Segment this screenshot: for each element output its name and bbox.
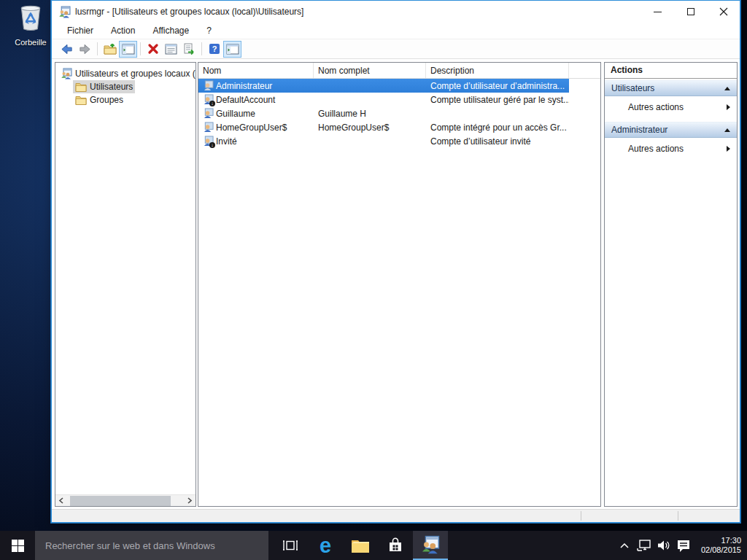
action-pane-toggle[interactable] xyxy=(223,41,241,58)
lusrmgr-icon xyxy=(421,535,440,554)
export-list-button[interactable] xyxy=(180,41,198,58)
toolbar: ? xyxy=(52,39,740,59)
autres-actions-administrateur[interactable]: Autres actions xyxy=(605,140,737,158)
console-tree-toggle[interactable] xyxy=(119,41,137,58)
back-button[interactable] xyxy=(58,41,76,58)
user-description: Compte d’utilisateur invité xyxy=(426,134,569,148)
forward-button[interactable] xyxy=(76,41,94,58)
collapse-icon[interactable] xyxy=(724,128,730,132)
collapse-icon[interactable] xyxy=(724,87,730,90)
user-full-name: Guillaume H xyxy=(314,106,426,120)
autres-actions-utilisateurs[interactable]: Autres actions xyxy=(605,98,737,116)
forward-icon xyxy=(79,43,91,55)
taskbar-search[interactable] xyxy=(35,531,268,560)
console-root-icon xyxy=(61,68,72,79)
column-header-nom[interactable]: Nom xyxy=(198,63,314,78)
user-row[interactable]: ↓ DefaultAccount Compte utilisateur géré… xyxy=(198,93,600,106)
actions-section-administrateur[interactable]: Administrateur xyxy=(605,122,737,138)
user-list-pane: Nom Nom complet Description Administrate… xyxy=(198,62,601,507)
tree-root[interactable]: Utilisateurs et groupes locaux (lo xyxy=(55,67,196,80)
action-center-button[interactable] xyxy=(673,531,693,560)
delete-icon xyxy=(147,43,159,55)
store-icon xyxy=(387,537,404,554)
minimize-button[interactable] xyxy=(641,1,674,23)
task-view-button[interactable] xyxy=(273,531,308,560)
submenu-arrow-icon xyxy=(727,104,730,110)
close-icon xyxy=(719,7,728,16)
file-explorer-icon xyxy=(351,538,370,553)
scroll-right-button[interactable] xyxy=(184,495,196,507)
user-row[interactable]: Administrateur Compte d’utilisateur d’ad… xyxy=(198,79,569,93)
export-list-icon xyxy=(183,43,196,55)
start-button[interactable] xyxy=(0,531,35,560)
lusrmgr-taskbar-button[interactable] xyxy=(413,531,448,560)
column-header-nom-complet[interactable]: Nom complet xyxy=(314,63,426,78)
help-button[interactable]: ? xyxy=(205,41,223,58)
help-icon: ? xyxy=(209,43,220,55)
close-button[interactable] xyxy=(707,1,740,23)
user-name: Invité xyxy=(216,136,237,147)
back-icon xyxy=(61,43,73,55)
volume-tray-button[interactable] xyxy=(654,531,673,560)
file-explorer-button[interactable] xyxy=(343,531,378,560)
search-input[interactable] xyxy=(35,531,268,560)
user-full-name xyxy=(314,134,426,148)
up-level-button[interactable] xyxy=(101,41,119,58)
toolbar-separator xyxy=(140,42,141,55)
user-row[interactable]: HomeGroupUser$ HomeGroupUser$ Compte int… xyxy=(198,120,600,134)
user-description xyxy=(426,106,569,120)
windows-logo-icon xyxy=(12,540,24,552)
menubar: Fichier Action Affichage ? xyxy=(52,23,740,39)
statusbar-separator xyxy=(678,511,678,521)
store-button[interactable] xyxy=(378,531,413,560)
column-header-blank xyxy=(569,63,600,78)
scrollbar-track[interactable] xyxy=(67,495,184,507)
column-header-description[interactable]: Description xyxy=(426,63,569,78)
tree-horizontal-scrollbar[interactable] xyxy=(55,494,196,506)
tray-expand-button[interactable] xyxy=(614,531,634,560)
task-view-icon xyxy=(282,540,298,551)
app-icon xyxy=(58,6,71,18)
user-name: DefaultAccount xyxy=(216,95,275,105)
user-row[interactable]: ↓ Invité Compte d’utilisateur invité xyxy=(198,134,600,148)
network-tray-button[interactable] xyxy=(634,531,654,560)
tree-root-label: Utilisateurs et groupes locaux (lo xyxy=(75,69,196,79)
taskbar-clock[interactable]: 17:30 02/08/2015 xyxy=(693,536,747,555)
user-full-name: HomeGroupUser$ xyxy=(314,120,426,134)
menu-help[interactable]: ? xyxy=(200,26,218,36)
maximize-button[interactable] xyxy=(674,1,707,23)
menu-action[interactable]: Action xyxy=(104,26,142,36)
folder-icon xyxy=(75,96,87,105)
properties-button[interactable] xyxy=(162,41,180,58)
minimize-icon xyxy=(654,12,662,12)
delete-button[interactable] xyxy=(144,41,162,58)
tree-item-groupes[interactable]: Groupes xyxy=(55,93,196,106)
recycle-bin[interactable]: Corbeille xyxy=(10,3,51,47)
toolbar-separator xyxy=(97,42,98,55)
statusbar xyxy=(52,509,740,522)
chevron-up-icon xyxy=(620,543,629,548)
volume-icon xyxy=(657,540,670,551)
user-icon xyxy=(203,122,214,133)
actions-pane-title: Actions xyxy=(605,63,737,79)
scroll-left-button[interactable] xyxy=(55,495,67,507)
console-workarea: Utilisateurs et groupes locaux (lo Utili… xyxy=(52,60,740,509)
actions-section-utilisateurs[interactable]: Utilisateurs xyxy=(605,80,737,96)
tree-item-utilisateurs[interactable]: Utilisateurs xyxy=(55,80,196,93)
menu-fichier[interactable]: Fichier xyxy=(61,26,100,36)
disabled-badge-icon: ↓ xyxy=(209,142,215,148)
menu-affichage[interactable]: Affichage xyxy=(146,26,196,36)
up-level-icon xyxy=(104,43,117,55)
user-description: Compte intégré pour un accès Gr... xyxy=(426,120,569,134)
scrollbar-thumb[interactable] xyxy=(70,496,171,506)
properties-icon xyxy=(165,44,177,55)
maximize-icon xyxy=(687,8,694,15)
action-center-icon xyxy=(677,540,690,552)
recycle-bin-label: Corbeille xyxy=(10,38,51,47)
edge-button[interactable]: e xyxy=(308,531,343,560)
folder-icon xyxy=(75,82,87,92)
titlebar[interactable]: lusrmgr - [Utilisateurs et groupes locau… xyxy=(52,1,740,23)
chevron-right-icon xyxy=(187,497,193,504)
lusrmgr-window: lusrmgr - [Utilisateurs et groupes locau… xyxy=(51,0,740,523)
user-row[interactable]: Guillaume Guillaume H xyxy=(198,106,600,120)
